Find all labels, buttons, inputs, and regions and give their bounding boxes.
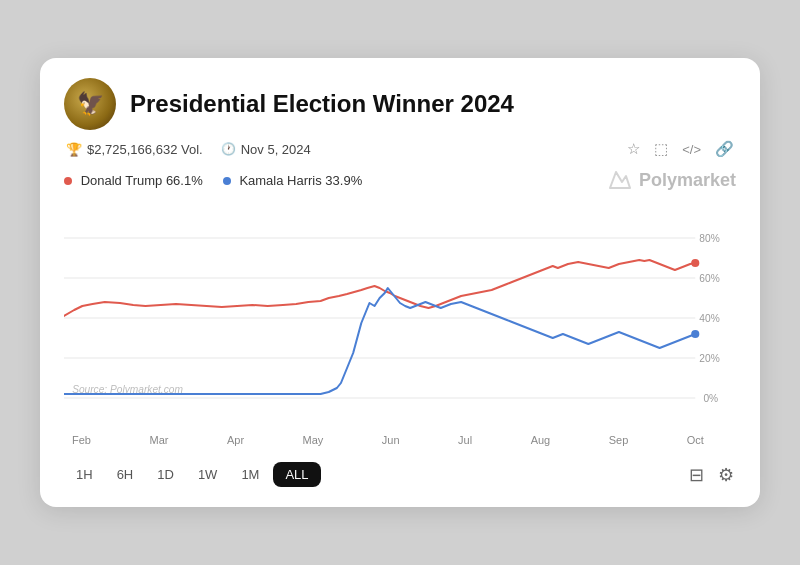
harris-end-dot [691, 330, 699, 338]
polymarket-label: Polymarket [639, 170, 736, 191]
btn-1h[interactable]: 1H [66, 462, 103, 487]
polymarket-icon [608, 168, 632, 192]
meta-icons: ☆ ⬚ </> 🔗 [627, 140, 734, 158]
date-item: 🕐 Nov 5, 2024 [221, 142, 311, 157]
trump-legend: Donald Trump 66.1% [64, 173, 203, 188]
x-label-feb: Feb [72, 434, 91, 446]
card-title: Presidential Election Winner 2024 [130, 90, 514, 118]
btn-6h[interactable]: 6H [107, 462, 144, 487]
date-text: Nov 5, 2024 [241, 142, 311, 157]
btn-1m[interactable]: 1M [231, 462, 269, 487]
x-label-aug: Aug [531, 434, 551, 446]
x-label-jul: Jul [458, 434, 472, 446]
link-icon[interactable]: 🔗 [715, 140, 734, 158]
chart-area: 0% 20% 40% 60% 80% Source: Polymarket.co… [64, 198, 736, 428]
time-controls: 1H 6H 1D 1W 1M ALL ⊟ ⚙ [64, 458, 736, 491]
chart-svg: 0% 20% 40% 60% 80% Source: Polymarket.co… [64, 198, 736, 428]
volume-text: $2,725,166,632 Vol. [87, 142, 203, 157]
trump-line [64, 260, 695, 316]
settings-icon[interactable]: ⚙ [718, 464, 734, 486]
harris-dot [223, 177, 231, 185]
legend-items: Donald Trump 66.1% Kamala Harris 33.9% [64, 173, 362, 188]
y-label-80: 80% [699, 233, 719, 244]
volume-item: 🏆 $2,725,166,632 Vol. [66, 142, 203, 157]
filter-icon[interactable]: ⊟ [689, 464, 704, 486]
time-buttons: 1H 6H 1D 1W 1M ALL [66, 462, 321, 487]
document-icon[interactable]: ⬚ [654, 140, 668, 158]
x-label-oct: Oct [687, 434, 704, 446]
x-label-sep: Sep [609, 434, 629, 446]
code-icon[interactable]: </> [682, 142, 701, 157]
y-label-0: 0% [703, 393, 718, 404]
y-label-20: 20% [699, 353, 719, 364]
btn-all[interactable]: ALL [273, 462, 320, 487]
x-label-may: May [303, 434, 324, 446]
meta-row: 🏆 $2,725,166,632 Vol. 🕐 Nov 5, 2024 ☆ ⬚ … [64, 140, 736, 158]
harris-line [64, 288, 695, 394]
clock-icon: 🕐 [221, 142, 236, 156]
presidential-seal: 🦅 [64, 78, 116, 130]
polymarket-badge: Polymarket [608, 168, 736, 192]
btn-1w[interactable]: 1W [188, 462, 228, 487]
trump-label: Donald Trump 66.1% [81, 173, 203, 188]
btn-1d[interactable]: 1D [147, 462, 184, 487]
x-label-apr: Apr [227, 434, 244, 446]
harris-label: Kamala Harris 33.9% [239, 173, 362, 188]
trump-end-dot [691, 259, 699, 267]
x-label-mar: Mar [149, 434, 168, 446]
y-label-40: 40% [699, 313, 719, 324]
x-axis-labels: Feb Mar Apr May Jun Jul Aug Sep Oct [64, 432, 736, 448]
star-icon[interactable]: ☆ [627, 140, 640, 158]
trump-dot [64, 177, 72, 185]
chart-actions: ⊟ ⚙ [689, 464, 734, 486]
meta-left: 🏆 $2,725,166,632 Vol. 🕐 Nov 5, 2024 [66, 142, 311, 157]
trophy-icon: 🏆 [66, 142, 82, 157]
harris-legend: Kamala Harris 33.9% [223, 173, 362, 188]
card-header: 🦅 Presidential Election Winner 2024 [64, 78, 736, 130]
svg-marker-0 [610, 172, 630, 188]
y-label-60: 60% [699, 273, 719, 284]
main-card: 🦅 Presidential Election Winner 2024 🏆 $2… [40, 58, 760, 507]
x-label-jun: Jun [382, 434, 400, 446]
legend-row: Donald Trump 66.1% Kamala Harris 33.9% P… [64, 168, 736, 192]
